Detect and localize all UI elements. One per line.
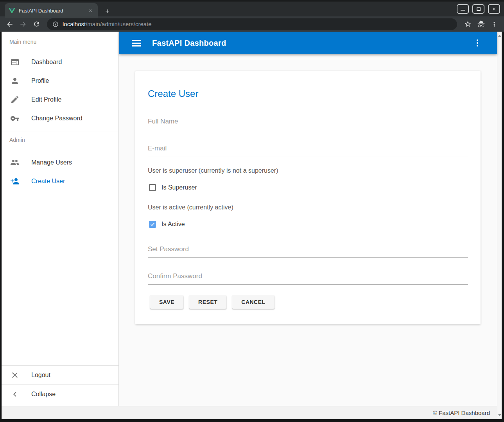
main-area: FastAPI Dashboard Create User User is su… [119,32,497,406]
logout-x-icon [10,370,20,380]
incognito-icon [476,19,486,29]
people-icon [10,158,20,167]
form-actions: SAVE RESET CANCEL [150,295,468,309]
edit-pencil-icon [10,95,20,104]
info-icon[interactable] [52,21,59,27]
url-path: /main/admin/users/create [86,21,151,27]
sidebar-item-label: Create User [31,178,65,185]
full-name-field-wrap [148,117,468,130]
close-icon[interactable] [488,4,500,14]
footer-copyright: © FastAPI Dashboard [433,409,490,416]
forward-arrow-icon[interactable] [18,19,28,29]
page-title: Create User [148,88,468,99]
person-icon [10,76,20,86]
is-active-label: Is Active [161,221,185,228]
browser-chrome: FastAPI Dashboard [0,0,504,32]
sidebar-item-manage-users[interactable]: Manage Users [2,153,118,172]
superuser-hint: User is superuser (currently is not a su… [148,166,468,175]
page-scrollbar[interactable] [497,32,502,419]
new-tab-icon[interactable] [102,6,112,16]
key-icon [10,114,20,123]
reload-icon[interactable] [31,19,41,29]
reset-button[interactable]: RESET [189,295,226,309]
maximize-icon[interactable] [472,4,484,14]
save-button[interactable]: SAVE [150,295,183,309]
back-arrow-icon[interactable] [5,19,15,29]
bookmark-star-icon[interactable] [463,19,473,29]
confirm-password-input[interactable] [148,272,468,285]
sidebar-item-create-user[interactable]: Create User [2,172,118,191]
create-user-card: Create User User is superuser (currently… [135,71,481,324]
vue-logo-icon [9,7,15,14]
browser-menu-kebab-icon[interactable] [489,19,499,29]
kebab-menu-icon[interactable] [473,38,482,48]
cancel-button[interactable]: CANCEL [232,295,274,309]
sidebar-item-change-password[interactable]: Change Password [2,109,118,128]
browser-tab[interactable]: FastAPI Dashboard [5,3,98,18]
set-password-field-wrap [148,245,468,258]
url-host: localhost [63,21,86,27]
window-controls [457,4,500,14]
url-bar[interactable]: localhost/main/admin/users/create [47,18,457,30]
set-password-input[interactable] [148,245,468,258]
hamburger-menu-icon[interactable] [132,38,141,48]
sidebar-item-label: Profile [31,77,49,84]
sidebar-item-logout[interactable]: Logout [2,366,118,384]
browser-toolbar: localhost/main/admin/users/create [0,16,504,32]
dashboard-icon [10,57,20,67]
footer: © FastAPI Dashboard [2,406,502,419]
tab-close-icon[interactable] [87,7,94,14]
appbar: FastAPI Dashboard [119,32,497,54]
sidebar-item-collapse[interactable]: Collapse [2,385,118,404]
is-superuser-checkbox[interactable] [149,184,156,191]
sidebar-item-label: Logout [31,372,50,379]
sidebar-item-edit-profile[interactable]: Edit Profile [2,90,118,109]
sidebar: Main menu Dashboard Profile Edit Profile [2,32,119,406]
is-superuser-checkbox-row[interactable]: Is Superuser [148,183,468,192]
is-superuser-label: Is Superuser [161,184,197,191]
active-hint: User is active (currently active) [148,203,468,212]
sidebar-item-label: Collapse [31,391,56,398]
tab-strip: FastAPI Dashboard [0,0,504,16]
is-active-checkbox[interactable] [149,221,156,228]
is-active-checkbox-row[interactable]: Is Active [148,220,468,229]
person-add-icon [10,177,20,186]
minimize-icon[interactable] [457,4,469,14]
sidebar-item-label: Edit Profile [31,96,61,103]
scrollbar-down-arrow-icon[interactable] [498,414,501,416]
sidebar-item-dashboard[interactable]: Dashboard [2,53,118,72]
appbar-title: FastAPI Dashboard [152,39,473,48]
page: Main menu Dashboard Profile Edit Profile [2,32,502,419]
chevron-left-icon [10,390,20,399]
email-field-wrap [148,144,468,157]
url-text: localhost/main/admin/users/create [63,21,152,27]
email-input[interactable] [148,144,468,157]
sidebar-item-profile[interactable]: Profile [2,72,118,90]
sidebar-item-label: Dashboard [31,59,62,66]
confirm-password-field-wrap [148,272,468,285]
sidebar-caption-admin: Admin [2,132,118,148]
sidebar-item-label: Manage Users [31,159,72,166]
sidebar-item-label: Change Password [31,115,83,122]
scrollbar-up-arrow-icon[interactable] [498,35,501,37]
sidebar-spacer [2,191,118,365]
full-name-input[interactable] [148,117,468,130]
sidebar-caption-main-menu: Main menu [2,32,118,47]
tab-title: FastAPI Dashboard [19,8,83,14]
